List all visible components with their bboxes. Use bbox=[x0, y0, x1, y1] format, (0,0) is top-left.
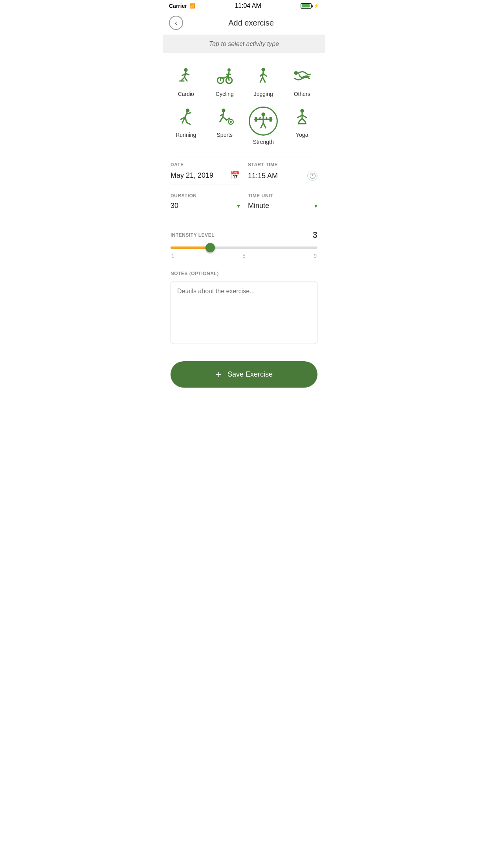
svg-line-41 bbox=[261, 123, 263, 128]
sports-icon bbox=[214, 107, 236, 129]
svg-line-46 bbox=[302, 115, 306, 118]
svg-point-18 bbox=[294, 71, 297, 75]
carrier-label: Carrier bbox=[169, 3, 187, 9]
page-title: Add exercise bbox=[183, 18, 319, 28]
svg-line-24 bbox=[187, 113, 191, 114]
intensity-label: INTENSITY LEVEL bbox=[171, 232, 215, 238]
svg-point-33 bbox=[230, 121, 232, 123]
svg-point-9 bbox=[227, 68, 231, 72]
jogging-label: Jogging bbox=[254, 91, 273, 97]
duration-chevron-icon: ▾ bbox=[237, 202, 240, 210]
back-button[interactable]: ‹ bbox=[169, 16, 183, 30]
svg-line-20 bbox=[185, 112, 187, 117]
save-plus-icon: + bbox=[215, 368, 221, 381]
date-time-row: DATE May 21, 2019 📅 START TIME 11:15 AM … bbox=[171, 162, 317, 185]
activity-strength[interactable]: Strength bbox=[244, 102, 283, 150]
notes-input[interactable] bbox=[171, 281, 317, 344]
time-unit-value: Minute bbox=[248, 202, 269, 210]
activity-cardio[interactable]: Cardio bbox=[167, 61, 205, 102]
start-time-field[interactable]: 11:15 AM 🕐 bbox=[248, 171, 317, 185]
strength-label: Strength bbox=[253, 139, 274, 145]
running-label: Running bbox=[176, 132, 196, 138]
slider-markers: 1 5 9 bbox=[171, 253, 317, 259]
duration-unit-row: DURATION 30 ▾ TIME UNIT Minute ▾ bbox=[171, 193, 317, 214]
svg-line-3 bbox=[185, 77, 187, 81]
start-time-group: START TIME 11:15 AM 🕐 bbox=[248, 162, 317, 185]
running-icon bbox=[175, 107, 197, 129]
status-time: 11:04 AM bbox=[235, 2, 261, 9]
intensity-header: INTENSITY LEVEL 3 bbox=[171, 230, 317, 240]
date-field[interactable]: May 21, 2019 📅 bbox=[171, 171, 240, 184]
svg-line-5 bbox=[186, 74, 189, 75]
intensity-value: 3 bbox=[313, 230, 317, 240]
cardio-label: Cardio bbox=[178, 91, 194, 97]
cycling-label: Cycling bbox=[216, 91, 234, 97]
status-bar: Carrier 📶 11:04 AM ⚡ bbox=[163, 0, 325, 11]
notes-label: NOTES (OPTIONAL) bbox=[171, 271, 317, 276]
date-label: DATE bbox=[171, 162, 240, 167]
svg-line-10 bbox=[228, 75, 229, 81]
activity-running[interactable]: Running bbox=[167, 102, 205, 150]
wifi-icon: 📶 bbox=[189, 3, 195, 9]
slider-fill bbox=[171, 246, 210, 249]
battery-icon bbox=[301, 3, 312, 9]
svg-line-15 bbox=[263, 77, 265, 83]
svg-line-14 bbox=[260, 77, 262, 83]
svg-point-19 bbox=[186, 108, 189, 112]
status-right: ⚡ bbox=[301, 3, 319, 9]
activity-grid: Cardio Cycling J bbox=[163, 53, 325, 158]
form-section: DATE May 21, 2019 📅 START TIME 11:15 AM … bbox=[163, 158, 325, 214]
activity-jogging[interactable]: Jogging bbox=[244, 61, 283, 102]
svg-line-39 bbox=[266, 118, 267, 120]
banner-text: Tap to select activity type bbox=[209, 40, 279, 47]
strength-icon bbox=[252, 110, 274, 132]
page-header: ‹ Add exercise bbox=[163, 11, 325, 35]
svg-rect-37 bbox=[270, 117, 272, 122]
date-value: May 21, 2019 bbox=[171, 171, 213, 180]
intensity-slider[interactable] bbox=[171, 246, 317, 249]
svg-line-42 bbox=[263, 123, 266, 128]
svg-line-17 bbox=[263, 74, 266, 76]
start-time-label: START TIME bbox=[248, 162, 317, 167]
activity-yoga[interactable]: Yoga bbox=[283, 102, 322, 150]
time-unit-chevron-icon: ▾ bbox=[314, 202, 317, 210]
clock-icon: 🕐 bbox=[307, 171, 317, 181]
save-button[interactable]: + Save Exercise bbox=[171, 361, 317, 388]
jogging-icon bbox=[252, 66, 274, 88]
date-group: DATE May 21, 2019 📅 bbox=[171, 162, 240, 185]
duration-group: DURATION 30 ▾ bbox=[171, 193, 240, 214]
slider-max: 9 bbox=[314, 253, 317, 259]
slider-mid: 5 bbox=[242, 253, 246, 259]
strength-circle bbox=[249, 107, 278, 136]
svg-line-38 bbox=[260, 118, 261, 120]
svg-rect-36 bbox=[255, 117, 257, 122]
activity-sports[interactable]: Sports bbox=[205, 102, 244, 150]
activity-banner: Tap to select activity type bbox=[163, 35, 325, 53]
cardio-icon bbox=[175, 66, 197, 88]
duration-label: DURATION bbox=[171, 193, 240, 199]
activity-cycling[interactable]: Cycling bbox=[205, 61, 244, 102]
svg-line-23 bbox=[187, 123, 190, 125]
save-label: Save Exercise bbox=[227, 370, 273, 379]
svg-line-28 bbox=[220, 117, 223, 122]
cycling-icon bbox=[214, 66, 236, 88]
duration-value: 30 bbox=[171, 202, 178, 210]
intensity-section: INTENSITY LEVEL 3 1 5 9 bbox=[163, 222, 325, 263]
slider-min: 1 bbox=[171, 253, 174, 259]
svg-line-29 bbox=[223, 117, 226, 120]
yoga-icon bbox=[291, 107, 313, 129]
svg-line-45 bbox=[298, 115, 302, 118]
time-unit-field[interactable]: Minute ▾ bbox=[248, 202, 317, 214]
sports-label: Sports bbox=[217, 132, 233, 138]
calendar-icon: 📅 bbox=[230, 171, 240, 180]
start-time-value: 11:15 AM bbox=[248, 172, 278, 180]
others-label: Others bbox=[294, 91, 310, 97]
save-section: + Save Exercise bbox=[163, 349, 325, 399]
svg-line-2 bbox=[182, 77, 185, 81]
activity-others[interactable]: Others bbox=[283, 61, 322, 102]
slider-thumb[interactable] bbox=[205, 243, 215, 252]
time-unit-group: TIME UNIT Minute ▾ bbox=[248, 193, 317, 214]
duration-field[interactable]: 30 ▾ bbox=[171, 202, 240, 214]
time-unit-label: TIME UNIT bbox=[248, 193, 317, 199]
bolt-icon: ⚡ bbox=[313, 3, 319, 9]
